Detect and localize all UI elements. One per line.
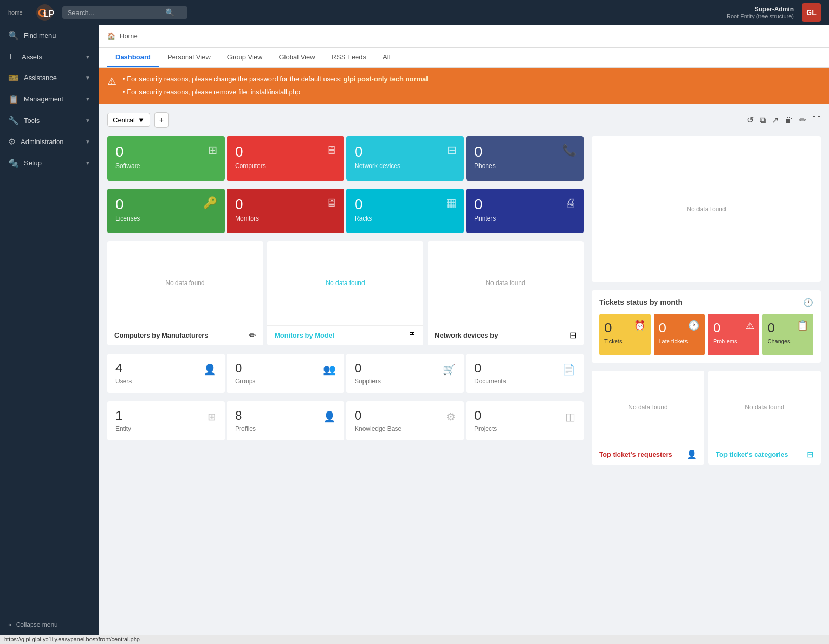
tickets-by-month: Tickets status by month 🕐 0 Tickets ⏰ 0	[592, 290, 821, 363]
copy-icon[interactable]: ⧉	[760, 115, 766, 125]
avatar[interactable]: GL	[802, 3, 821, 22]
ts-tickets-label: Tickets	[604, 338, 645, 344]
user-entity: Root Entity (tree structure)	[727, 13, 794, 19]
tile-network[interactable]: 0 Network devices ⊟	[346, 136, 464, 181]
tile-monitors[interactable]: 0 Monitors 🖥	[227, 189, 344, 233]
clock-icon: 🕐	[803, 298, 813, 307]
ts-changes-label: Changes	[768, 338, 809, 344]
collapse-icon: «	[8, 621, 12, 628]
history-icon[interactable]: ↺	[747, 115, 754, 125]
chevron-down-icon: ▼	[85, 160, 90, 166]
tile-phones-value: 0	[474, 144, 575, 160]
no-data-monitors: No data found	[326, 279, 365, 287]
sidebar-item-setup[interactable]: 🔩 Setup ▼	[0, 152, 99, 174]
chart-computers-manufacturers: No data found Computers by Manufacturers…	[107, 241, 263, 345]
tab-dashboard[interactable]: Dashboard	[107, 48, 159, 67]
ts-changes[interactable]: 0 Changes 📋	[762, 314, 814, 355]
delete-icon[interactable]: 🗑	[785, 115, 793, 125]
tile-monitors-label: Monitors	[235, 215, 336, 222]
chart-network-devices: No data found Network devices by ⊟	[428, 241, 584, 345]
alert-line2: • For security reasons, please remove fi…	[123, 87, 428, 98]
chart-body-3: No data found	[428, 241, 584, 325]
stat-users[interactable]: 4 Users 👤	[107, 354, 225, 393]
home-label: home	[8, 9, 23, 16]
administration-icon: ⚙	[8, 137, 16, 147]
tab-group[interactable]: Group View	[219, 48, 271, 67]
tab-all[interactable]: All	[374, 48, 398, 67]
bottom-chart-title-categories: Top ticket's categories	[716, 450, 788, 458]
chevron-down-icon: ▼	[138, 116, 145, 124]
tile-licenses[interactable]: 0 Licenses 🔑	[107, 189, 225, 233]
tile-printers[interactable]: 0 Printers 🖨	[466, 189, 584, 233]
stat-profiles-label: Profiles	[235, 425, 256, 432]
ts-problems[interactable]: 0 Problems ⚠	[708, 314, 759, 355]
stat-profiles[interactable]: 8 Profiles 👤	[227, 401, 344, 440]
ts-tickets[interactable]: 0 Tickets ⏰	[599, 314, 651, 355]
home-icon: 🏠	[107, 32, 115, 40]
problems-icon: ⚠	[746, 320, 754, 331]
tickets-month-title: Tickets status by month	[599, 298, 682, 306]
sidebar-item-tools[interactable]: 🔧 Tools ▼	[0, 110, 99, 131]
chevron-down-icon: ▼	[85, 75, 90, 81]
chart-footer-1: Computers by Manufacturers ✏	[107, 325, 263, 345]
tile-printers-value: 0	[474, 196, 575, 213]
chart-footer-3: Network devices by ⊟	[428, 325, 584, 345]
svg-text:LPI: LPI	[44, 9, 54, 18]
stat-projects[interactable]: 0 Projects ◫	[466, 401, 584, 440]
stat-knowledge[interactable]: 0 Knowledge Base ⚙	[346, 401, 464, 440]
sidebar-label-find-menu: Find menu	[24, 32, 56, 40]
stat-users-label: Users	[115, 378, 132, 385]
network-chart-icon[interactable]: ⊟	[569, 330, 576, 340]
sidebar-item-management[interactable]: 📋 Management ▼	[0, 88, 99, 110]
tile-racks[interactable]: 0 Racks ▦	[346, 189, 464, 233]
chart-body-1: No data found	[107, 241, 263, 325]
search-icon[interactable]: 🔍	[165, 8, 174, 17]
stat-groups[interactable]: 0 Groups 👥	[227, 354, 344, 393]
chart-top-requesters: No data found Top ticket's requesters 👤	[592, 371, 704, 465]
sidebar-item-find-menu[interactable]: 🔍 Find menu	[0, 25, 99, 46]
sidebar-item-assets[interactable]: 🖥 Assets ▼	[0, 46, 99, 67]
alert-links[interactable]: glpi post-only tech normal	[343, 75, 428, 83]
edit-icon[interactable]: ✏	[799, 115, 806, 125]
assistance-icon: 🎫	[8, 73, 19, 83]
sidebar: 🔍 Find menu 🖥 Assets ▼ 🎫 Assistance ▼ 📋 …	[0, 25, 99, 635]
monitor-chart-icon[interactable]: 🖥	[408, 331, 416, 340]
share-icon[interactable]: ↗	[772, 115, 779, 125]
collapse-menu-button[interactable]: « Collapse menu	[8, 621, 90, 628]
tab-personal[interactable]: Personal View	[159, 48, 219, 67]
edit-icon[interactable]: ✏	[249, 330, 256, 340]
stat-suppliers[interactable]: 0 Suppliers 🛒	[346, 354, 464, 393]
tile-computers[interactable]: 0 Computers 🖥	[227, 136, 344, 181]
sidebar-item-administration[interactable]: ⚙ Administration ▼	[0, 131, 99, 152]
stat-users-value: 4	[115, 361, 132, 376]
tools-icon: 🔧	[8, 115, 19, 125]
add-view-button[interactable]: +	[154, 112, 169, 128]
tab-global[interactable]: Global View	[270, 48, 323, 67]
fullscreen-icon[interactable]: ⛶	[812, 115, 821, 125]
search-box[interactable]: 🔍	[62, 6, 187, 19]
tab-rss[interactable]: RSS Feeds	[323, 48, 374, 67]
home-link[interactable]: Home	[120, 32, 138, 40]
no-data-categories: No data found	[745, 404, 784, 411]
no-data-requesters: No data found	[628, 404, 667, 411]
ts-late-tickets[interactable]: 0 Late tickets 🕐	[654, 314, 705, 355]
logo: G LPI	[35, 3, 54, 22]
tickets-status-grid: 0 Tickets ⏰ 0 Late tickets 🕐 0	[599, 314, 813, 355]
tile-computers-label: Computers	[235, 162, 336, 170]
sidebar-label-tools: Tools	[24, 117, 40, 124]
search-input[interactable]	[68, 9, 161, 17]
view-selector[interactable]: Central ▼	[107, 113, 150, 127]
tile-phones[interactable]: 0 Phones 📞	[466, 136, 584, 181]
sidebar-item-assistance[interactable]: 🎫 Assistance ▼	[0, 67, 99, 88]
ts-problems-label: Problems	[713, 338, 754, 344]
licenses-icon: 🔑	[203, 196, 217, 210]
bottom-charts: No data found Top ticket's requesters 👤 …	[592, 371, 821, 465]
software-icon: ⊞	[208, 144, 217, 157]
tickets-month-header: Tickets status by month 🕐	[599, 298, 813, 307]
stat-documents[interactable]: 0 Documents 📄	[466, 354, 584, 393]
tile-software[interactable]: 0 Software ⊞	[107, 136, 225, 181]
dashboard-left: 0 Software ⊞ 0 Computers 🖥 0 Network dev…	[107, 136, 584, 465]
stat-suppliers-label: Suppliers	[355, 378, 381, 385]
stat-entity[interactable]: 1 Entity ⊞	[107, 401, 225, 440]
sidebar-label-setup: Setup	[24, 159, 42, 167]
